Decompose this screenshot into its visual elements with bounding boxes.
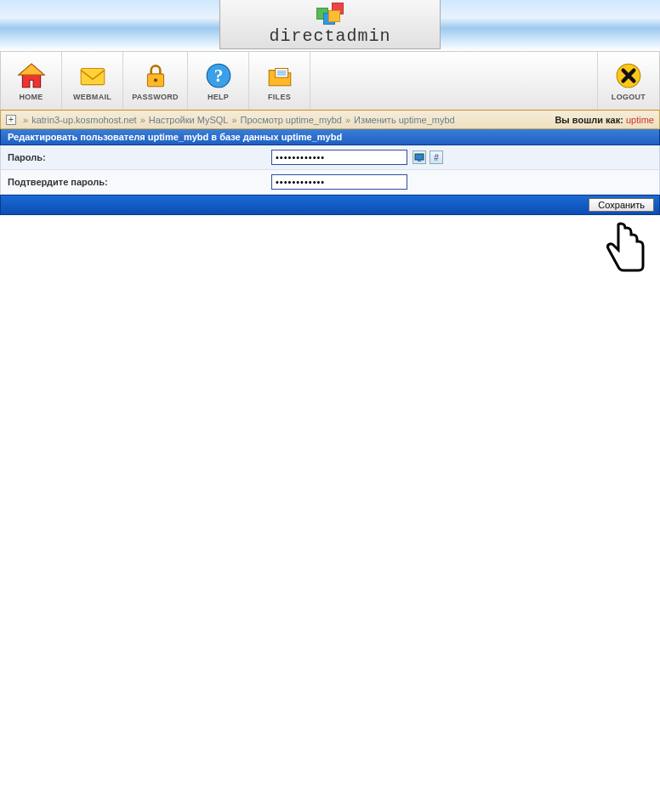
logo-box: directadmin: [219, 0, 441, 49]
login-info: Вы вошли как: uptime: [555, 115, 654, 125]
webmail-label: WEBMAIL: [73, 93, 111, 101]
login-user: uptime: [626, 115, 654, 125]
confirm-label: Подтвердите пароль:: [8, 177, 271, 187]
expand-icon[interactable]: +: [6, 115, 16, 125]
home-button[interactable]: HOME: [1, 52, 62, 110]
confirm-password-input[interactable]: [271, 174, 407, 190]
hash-icon[interactable]: #: [430, 150, 443, 164]
home-label: HOME: [19, 93, 43, 101]
files-button[interactable]: FILES: [249, 52, 310, 110]
svg-rect-12: [415, 154, 424, 160]
svg-rect-2: [81, 68, 105, 84]
main-toolbar: HOME WEBMAIL PASSWORD ? HELP FILES: [0, 51, 660, 111]
files-label: FILES: [268, 93, 291, 101]
logout-label: LOGOUT: [612, 93, 646, 101]
password-label: PASSWORD: [132, 93, 179, 101]
breadcrumb-item-edit[interactable]: Изменить uptime_mybd: [354, 115, 455, 125]
password-button[interactable]: PASSWORD: [123, 52, 188, 110]
help-label: HELP: [208, 93, 229, 101]
confirm-password-row: Подтвердите пароль:: [0, 170, 660, 195]
breadcrumb-item-mysql[interactable]: Настройки MySQL: [149, 115, 229, 125]
logo-icon: [316, 3, 344, 25]
svg-rect-13: [418, 160, 421, 162]
logout-icon: [614, 61, 643, 90]
home-icon: [17, 61, 46, 90]
breadcrumb-item-view[interactable]: Просмотр uptime_mybd: [241, 115, 342, 125]
section-heading: Редактировать пользователя uptime_mybd в…: [0, 129, 660, 145]
monitor-icon[interactable]: [412, 150, 426, 164]
svg-text:?: ?: [213, 65, 223, 86]
breadcrumb-sep: »: [231, 115, 236, 125]
help-button[interactable]: ? HELP: [188, 52, 249, 110]
login-label: Вы вошли как:: [555, 115, 623, 125]
brand-text: directadmin: [269, 26, 390, 46]
breadcrumb-sep: »: [345, 115, 350, 125]
lock-icon: [141, 61, 170, 90]
toolbar-spacer: [310, 52, 598, 110]
envelope-icon: [78, 61, 107, 90]
svg-marker-1: [19, 64, 44, 75]
cursor-pointer-icon: [601, 221, 649, 287]
logout-button[interactable]: LOGOUT: [598, 52, 659, 110]
password-label: Пароль:: [8, 152, 271, 162]
breadcrumb-sep: »: [140, 115, 145, 125]
top-banner: directadmin: [0, 0, 660, 51]
breadcrumb-item-domain[interactable]: katrin3-up.kosmohost.net: [31, 115, 137, 125]
password-row: Пароль: #: [0, 145, 660, 170]
webmail-button[interactable]: WEBMAIL: [62, 52, 123, 110]
save-button[interactable]: Сохранить: [589, 198, 654, 212]
password-input[interactable]: [271, 150, 407, 165]
folder-icon: [265, 61, 294, 90]
svg-point-4: [153, 78, 156, 82]
help-icon: ?: [204, 61, 233, 90]
breadcrumb: + » katrin3-up.kosmohost.net » Настройки…: [0, 111, 660, 129]
breadcrumb-sep: »: [23, 115, 28, 125]
action-bar: Сохранить: [0, 195, 660, 215]
